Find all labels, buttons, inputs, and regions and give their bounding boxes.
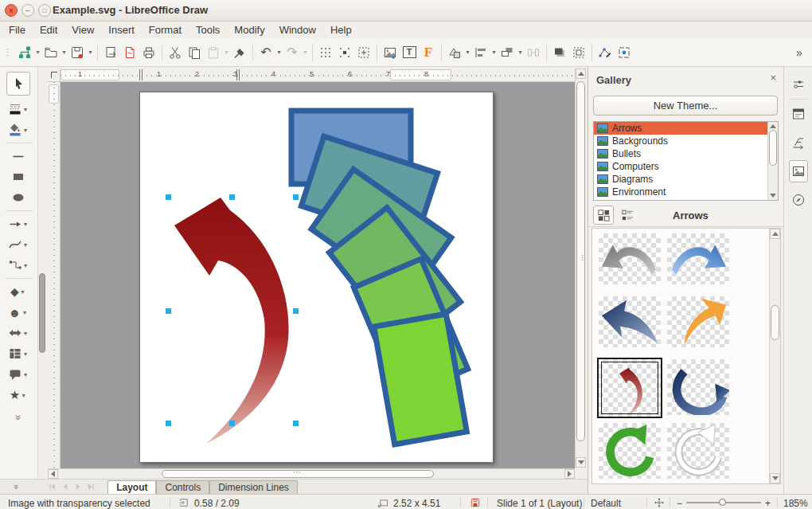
undo-dropdown[interactable]: ▾ [275, 49, 283, 56]
sidebar-tab-gallery[interactable] [789, 160, 808, 182]
layer-tab-controls[interactable]: Controls [156, 480, 209, 495]
selection-handle[interactable] [293, 194, 299, 200]
toolbar-grip-bar[interactable] [39, 273, 45, 353]
callouts-dropdown[interactable]: ▾ [22, 371, 29, 378]
gallery-theme-list[interactable]: Arrows Backgrounds Bullets Computers Dia… [593, 121, 779, 201]
layer-tab-layout[interactable]: Layout [107, 480, 156, 495]
last-slide-button[interactable] [84, 480, 96, 493]
icon-view-button[interactable] [593, 206, 614, 225]
insert-image-button[interactable] [381, 41, 400, 64]
canvas-area[interactable] [61, 82, 575, 468]
gallery-item-gray-curved-arrow[interactable] [599, 233, 661, 284]
gallery-item-navy-straight-arrow[interactable] [599, 296, 661, 347]
gallery-item-blue-curved-arrow[interactable] [667, 233, 729, 284]
previous-slide-button[interactable] [59, 480, 71, 493]
print-button[interactable] [139, 41, 158, 64]
maximize-button[interactable]: □ [38, 4, 51, 17]
theme-item-environment[interactable]: Environment [594, 186, 778, 198]
basic-shapes-tool[interactable]: ◆▾ [0, 281, 37, 302]
line-style-tool[interactable]: ▾ [0, 99, 37, 119]
zoom-in-button[interactable]: + [765, 498, 771, 509]
gallery-item-orange-curved-arrow[interactable] [667, 296, 729, 347]
clone-formatting-button[interactable] [230, 41, 249, 64]
horizontal-scrollbar[interactable]: ⋯ [48, 468, 575, 479]
save-dropdown[interactable]: ▾ [87, 49, 94, 56]
page-style[interactable]: Default [591, 498, 621, 509]
drawing-toolbar-overflow[interactable]: » [13, 415, 24, 421]
fill-color-dropdown[interactable]: ▾ [22, 127, 29, 134]
connector-tool[interactable]: ▾ [0, 255, 37, 276]
sidebar-tab-page[interactable] [789, 103, 808, 125]
crop-button[interactable] [569, 41, 588, 64]
block-arrows-tool[interactable]: ▾ [0, 323, 37, 343]
next-slide-button[interactable] [72, 480, 84, 493]
menu-view[interactable]: View [64, 22, 101, 38]
line-tool[interactable] [0, 146, 37, 166]
selection-handle[interactable] [166, 421, 171, 426]
minimize-button[interactable]: − [21, 4, 34, 17]
arrange-dropdown[interactable]: ▾ [517, 49, 524, 56]
theme-item-arrows[interactable]: Arrows [594, 122, 778, 135]
list-view-button[interactable] [617, 206, 638, 225]
helplines-button[interactable] [354, 41, 373, 64]
copy-button[interactable] [185, 41, 204, 64]
zoom-level[interactable]: 185% [783, 498, 808, 509]
selection-handle[interactable] [166, 308, 171, 314]
select-tool-button[interactable] [6, 72, 30, 96]
paste-button[interactable] [204, 41, 223, 64]
vertical-scroll-thumb[interactable] [576, 81, 585, 441]
sidebar-tab-navigator[interactable] [789, 189, 808, 211]
first-slide-button[interactable] [46, 480, 58, 493]
align-button[interactable] [471, 41, 490, 64]
gallery-thumbnail-area[interactable] [591, 228, 781, 484]
connector-dropdown[interactable]: ▾ [22, 262, 29, 269]
scroll-right-button[interactable] [564, 469, 575, 479]
thumbnail-scroll-thumb[interactable] [771, 305, 779, 340]
lines-arrows-dropdown[interactable]: ▾ [22, 221, 29, 228]
fit-slide-icon[interactable] [654, 497, 665, 508]
paste-dropdown[interactable]: ▾ [223, 49, 230, 56]
zoom-slider-thumb[interactable] [719, 499, 726, 506]
selection-handle[interactable] [293, 308, 299, 314]
snap-to-grid-button[interactable] [335, 41, 354, 64]
scroll-up-button[interactable] [770, 229, 780, 239]
stars-dropdown[interactable]: ▾ [20, 392, 27, 399]
export-pdf-button[interactable] [120, 41, 139, 64]
menu-format[interactable]: Format [142, 22, 189, 38]
scroll-left-button[interactable] [48, 469, 58, 479]
export-button[interactable] [101, 41, 120, 64]
cut-button[interactable] [166, 41, 185, 64]
transformations-button[interactable] [445, 41, 464, 64]
gallery-item-outline-circle-arrow[interactable] [667, 423, 729, 479]
glue-points-button[interactable] [615, 41, 634, 64]
menu-modify[interactable]: Modify [227, 22, 271, 38]
close-button[interactable]: × [5, 4, 18, 17]
menu-insert[interactable]: Insert [101, 22, 142, 38]
zoom-out-button[interactable]: − [677, 498, 682, 509]
sidebar-tab-properties[interactable] [789, 73, 808, 96]
basic-shapes-dropdown[interactable]: ▾ [19, 288, 26, 296]
scroll-down-button[interactable] [770, 473, 780, 484]
vertical-scrollbar[interactable]: ⋮ [575, 69, 586, 468]
sidebar-tab-shapes[interactable] [789, 131, 808, 154]
layer-tab-dimension-lines[interactable]: Dimension Lines [209, 480, 298, 495]
curve-dropdown[interactable]: ▾ [22, 241, 29, 249]
open-button[interactable] [41, 41, 61, 64]
page[interactable] [139, 92, 494, 463]
thumbnail-scrollbar[interactable] [769, 229, 780, 484]
menu-window[interactable]: Window [272, 22, 323, 38]
selection-handle[interactable] [293, 421, 299, 426]
edit-points-button[interactable] [595, 41, 615, 64]
theme-list-scrollbar[interactable] [767, 122, 778, 200]
theme-scroll-thumb[interactable] [769, 130, 777, 166]
new-dropdown[interactable]: ▾ [34, 49, 41, 56]
redo-button[interactable]: ↷ [283, 41, 302, 64]
red-curved-arrow-shape[interactable] [174, 198, 289, 444]
drawing-surface[interactable] [140, 92, 493, 462]
stars-tool[interactable]: ★▾ [0, 385, 37, 405]
document-modified-icon[interactable] [470, 497, 481, 508]
symbol-shapes-dropdown[interactable]: ▾ [21, 309, 28, 316]
symbol-shapes-tool[interactable]: ☻▾ [0, 302, 37, 323]
menu-help[interactable]: Help [323, 22, 359, 38]
horizontal-ruler[interactable]: 1 1 2 3 4 5 6 7 8 [61, 69, 575, 82]
